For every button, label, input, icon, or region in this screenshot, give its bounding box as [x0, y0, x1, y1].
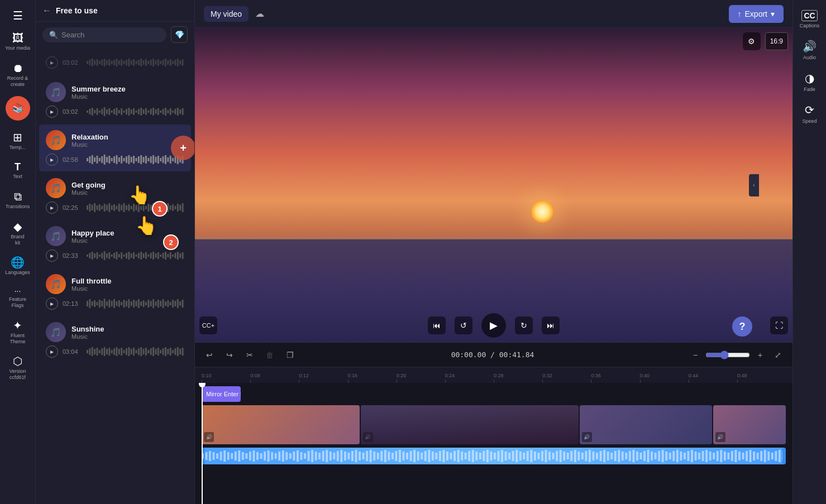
export-button[interactable]: ↑ Export ▾ [729, 5, 784, 23]
music-title: Happy place [71, 229, 114, 237]
video-clip[interactable]: 🔊 [580, 405, 712, 444]
list-item[interactable]: 🎵 Summer breeze Music ▶ 03:02 [39, 76, 191, 123]
timeline-playhead[interactable] [202, 383, 203, 504]
duplicate-button[interactable]: ❐ [282, 347, 298, 363]
list-item[interactable]: 🎵 Get going Music ▶ 02:25 [39, 172, 191, 219]
skip-forward-button[interactable]: ⏭ [542, 316, 560, 334]
play-button[interactable]: ▶ [46, 249, 58, 262]
skip-back-button[interactable]: ⏮ [428, 316, 446, 334]
play-button[interactable]: ▶ [46, 297, 58, 310]
back-button[interactable]: ← [42, 6, 51, 16]
audio-track[interactable] [202, 448, 786, 464]
svg-rect-217 [128, 299, 130, 308]
svg-rect-374 [545, 450, 547, 462]
sidebar-item-hamburger[interactable]: ☰ [0, 6, 35, 26]
rewind-button[interactable]: ↺ [455, 316, 472, 334]
svg-rect-138 [131, 206, 132, 209]
svg-rect-75 [172, 111, 174, 113]
sidebar-item-label: Languages [5, 270, 30, 276]
svg-rect-225 [147, 300, 149, 308]
zoom-in-button[interactable]: + [752, 347, 768, 363]
music-icon: 🎵 [46, 178, 66, 198]
svg-rect-302 [282, 450, 284, 462]
zoom-slider[interactable] [705, 351, 750, 359]
play-button[interactable]: ▶ [481, 313, 506, 338]
list-item[interactable]: 🎵 Full throttle Music ▶ 02:13 [39, 268, 191, 315]
svg-rect-48 [106, 109, 108, 114]
svg-rect-244 [97, 348, 98, 356]
svg-rect-319 [344, 452, 346, 460]
sidebar-item-captions[interactable]: CC Captions [793, 6, 826, 33]
version-icon: ⬡ [13, 356, 22, 367]
play-button[interactable]: ▶ [46, 153, 58, 166]
list-item[interactable]: 🎵 Sunshine Music ▶ 03:04 [39, 316, 191, 363]
redo-button[interactable]: ↪ [222, 347, 237, 363]
music-item-bottom: ▶ 02:33 [46, 249, 184, 262]
ruler-mark: 0:36 [591, 373, 639, 383]
play-button[interactable]: ▶ [46, 105, 58, 118]
help-button[interactable]: ? [732, 316, 752, 337]
main-area: My video ☁ ↑ Export ▾ ⚙ 16:9 CC+ ⏮ ↺ ▶ ↻ [195, 0, 792, 504]
svg-rect-89 [108, 156, 110, 164]
play-button[interactable]: ▶ [46, 56, 58, 69]
svg-rect-353 [468, 451, 470, 461]
premium-button[interactable]: 💎 [171, 26, 188, 43]
audio-right-handle[interactable] [782, 448, 786, 464]
sidebar-item-brand-kit[interactable]: ◆ Brandkit [0, 217, 35, 251]
svg-rect-406 [662, 450, 664, 462]
svg-rect-175 [123, 255, 125, 257]
svg-rect-0 [87, 61, 88, 64]
play-button[interactable]: ▶ [46, 345, 58, 358]
video-settings-button[interactable]: ⚙ [743, 32, 761, 50]
fullscreen-button[interactable]: ⛶ [770, 316, 788, 334]
svg-rect-246 [101, 348, 103, 355]
sidebar-item-version[interactable]: ⬡ Versionccfd61f [0, 351, 35, 385]
svg-rect-141 [138, 203, 140, 212]
zoom-out-button[interactable]: − [687, 347, 703, 363]
sidebar-item-feature-flags[interactable]: ··· FeatureFlags [0, 282, 35, 313]
tab-my-video[interactable]: My video [204, 6, 249, 22]
svg-rect-421 [717, 451, 719, 461]
search-input[interactable] [61, 31, 160, 39]
list-item-relaxation[interactable]: 🎵 Relaxation Music ▶ 02:58 [39, 124, 191, 171]
cut-button[interactable]: ✂ [242, 347, 257, 363]
forward-button[interactable]: ↻ [515, 316, 533, 334]
sidebar-item-text[interactable]: T Text [0, 157, 35, 184]
tab-label: My video [211, 9, 242, 18]
video-clip[interactable]: 🔊 [361, 405, 579, 444]
add-to-timeline-circle[interactable]: + [171, 136, 194, 160]
svg-rect-413 [687, 451, 689, 461]
collapse-right-panel-button[interactable]: ‹ [749, 174, 759, 196]
play-button[interactable]: ▶ [46, 201, 58, 214]
hamburger-icon: ☰ [13, 10, 23, 21]
sidebar-item-record-create[interactable]: ⏺ Record &create [0, 58, 35, 92]
video-clip[interactable]: 🔊 [202, 405, 360, 444]
sidebar-item-languages[interactable]: 🌐 Languages [0, 252, 35, 280]
video-clip[interactable]: 🔊 [713, 405, 786, 444]
sidebar-item-audio[interactable]: 🔊 Audio [793, 35, 826, 65]
list-item[interactable]: ▶ 03:02 [39, 51, 191, 74]
sidebar-item-transitions[interactable]: ⧉ Transitions [0, 186, 35, 214]
svg-rect-211 [113, 299, 115, 308]
sidebar-item-templates[interactable]: ⊞ Temp... [0, 127, 35, 155]
sidebar-item-content-library[interactable]: 📚 [6, 96, 30, 121]
svg-rect-14 [121, 59, 122, 66]
cc-button[interactable]: CC+ [199, 316, 217, 334]
undo-button[interactable]: ↩ [202, 347, 217, 363]
svg-rect-414 [691, 450, 693, 462]
save-cloud-button[interactable]: ☁ [255, 8, 264, 19]
sidebar-item-speed[interactable]: ⟳ Speed [793, 99, 826, 128]
svg-rect-161 [89, 253, 90, 258]
aspect-ratio-button[interactable]: 16:9 [765, 32, 788, 50]
sidebar-item-your-media[interactable]: 🖼 Your media [0, 28, 35, 56]
sidebar-item-fluent-theme[interactable]: ✦ FluentTheme [0, 315, 35, 349]
delete-button[interactable]: 🗑 [262, 347, 278, 363]
search-input-wrap: 🔍 [42, 27, 166, 42]
svg-rect-291 [242, 452, 244, 460]
sidebar: ☰ 🖼 Your media ⏺ Record &create 📚 ⊞ Temp… [0, 0, 36, 504]
svg-rect-79 [182, 108, 184, 115]
expand-button[interactable]: ⤢ [770, 347, 786, 363]
text-clip[interactable]: Mirror Enter t [202, 386, 241, 402]
svg-rect-315 [330, 452, 332, 460]
sidebar-item-fade[interactable]: ◑ Fade [793, 67, 826, 97]
